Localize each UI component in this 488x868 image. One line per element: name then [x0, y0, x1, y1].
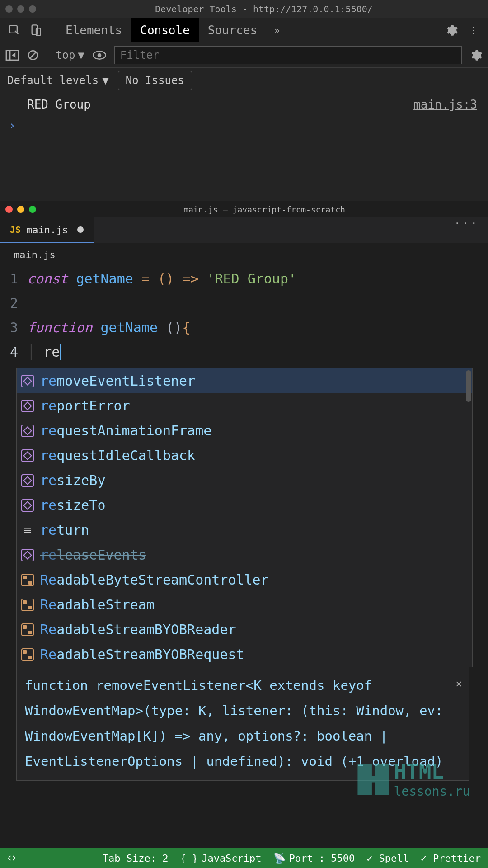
class-icon: [21, 574, 34, 586]
minimize-dot[interactable]: [17, 5, 24, 13]
autocomplete-item[interactable]: resizeTo: [17, 493, 472, 518]
cube-icon: [21, 474, 34, 487]
autocomplete-popup: removeEventListenerreportErrorrequestAni…: [16, 368, 473, 667]
context-selector[interactable]: top ▼: [56, 49, 84, 61]
device-icon[interactable]: [28, 22, 44, 38]
log-levels-selector[interactable]: Default levels ▼: [7, 74, 109, 87]
editor-tabs: JS main.js ···: [0, 217, 488, 243]
signature-text: function removeEventListener<K extends k…: [25, 678, 443, 769]
chevron-down-icon: ▼: [102, 74, 108, 87]
scrollbar[interactable]: [466, 370, 471, 402]
status-bar: Tab Size: 2 { } JavaScript 📡 Port : 5500…: [0, 848, 488, 868]
tab-console[interactable]: Console: [131, 18, 199, 42]
cube-icon: [21, 425, 34, 437]
console-toolbar: top ▼: [0, 42, 488, 68]
log-location[interactable]: main.js:3: [413, 98, 477, 111]
tab-filename: main.js: [26, 224, 68, 236]
more-tabs-icon[interactable]: »: [269, 22, 285, 38]
tab-elements[interactable]: Elements: [56, 18, 131, 42]
autocomplete-item[interactable]: return: [17, 518, 472, 542]
cube-icon: [21, 499, 34, 512]
settings-icon[interactable]: [444, 22, 460, 38]
vscode-window: main.js — javascript-from-scratch JS mai…: [0, 201, 488, 848]
chevron-down-icon: ▼: [78, 49, 84, 61]
maximize-dot[interactable]: [29, 5, 36, 13]
vscode-titlebar: main.js — javascript-from-scratch: [0, 201, 488, 217]
autocomplete-item[interactable]: ReadableByteStreamController: [17, 567, 472, 592]
console-toolbar-2: Default levels ▼ No Issues: [0, 68, 488, 93]
tab-sources[interactable]: Sources: [199, 18, 267, 42]
autocomplete-item[interactable]: requestIdleCallback: [17, 443, 472, 468]
cube-icon: [21, 549, 34, 561]
cube-icon: [21, 375, 34, 387]
no-issues-badge[interactable]: No Issues: [118, 71, 192, 90]
devtools-titlebar: Developer Tools - http://127.0.0.1:5500/: [0, 0, 488, 18]
class-icon: [21, 623, 34, 636]
remote-icon[interactable]: [7, 854, 16, 863]
inspect-icon[interactable]: [6, 22, 23, 38]
watermark: HTML lessons.ru: [357, 760, 470, 799]
dirty-indicator: [77, 226, 84, 233]
console-prompt[interactable]: ›: [0, 116, 488, 136]
status-prettier[interactable]: Prettier: [421, 853, 481, 864]
close-icon[interactable]: ✕: [456, 671, 462, 696]
tab-main-js[interactable]: JS main.js: [0, 217, 94, 243]
log-message: RED Group: [27, 98, 91, 111]
live-expression-icon[interactable]: [93, 50, 106, 60]
status-language[interactable]: { } JavaScript: [180, 853, 261, 864]
autocomplete-item[interactable]: requestAnimationFrame: [17, 418, 472, 443]
close-dot[interactable]: [5, 5, 13, 13]
breadcrumb[interactable]: main.js: [0, 243, 488, 267]
cube-icon: [21, 400, 34, 412]
js-icon: JS: [10, 224, 21, 235]
autocomplete-item[interactable]: releaseEvents: [17, 542, 472, 567]
maximize-dot[interactable]: [29, 206, 36, 213]
clear-icon[interactable]: [27, 49, 39, 61]
cube-icon: [21, 449, 34, 462]
devtools-window: Developer Tools - http://127.0.0.1:5500/…: [0, 0, 488, 201]
console-log-row: RED Group main.js:3: [0, 93, 488, 116]
autocomplete-item[interactable]: ReadableStream: [17, 592, 472, 617]
vscode-title: main.js — javascript-from-scratch: [46, 205, 483, 214]
traffic-lights: [5, 5, 36, 13]
kebab-icon[interactable]: ⋮: [465, 22, 482, 38]
filter-input[interactable]: [114, 46, 462, 64]
status-spell[interactable]: Spell: [366, 853, 408, 864]
status-port[interactable]: 📡 Port : 5500: [273, 853, 355, 864]
traffic-lights: [5, 206, 36, 213]
class-icon: [21, 599, 34, 611]
status-tabsize[interactable]: Tab Size: 2: [103, 853, 169, 864]
kw-icon: [21, 524, 34, 537]
devtools-tabs: Elements Console Sources » ⋮: [0, 18, 488, 42]
class-icon: [21, 648, 34, 661]
toggle-sidebar-icon[interactable]: [5, 50, 19, 61]
autocomplete-item[interactable]: reportError: [17, 393, 472, 418]
autocomplete-item[interactable]: ReadableStreamBYOBRequest: [17, 642, 472, 667]
minimize-dot[interactable]: [17, 206, 24, 213]
svg-point-6: [97, 53, 101, 57]
devtools-title: Developer Tools - http://127.0.0.1:5500/: [45, 4, 483, 14]
console-settings-icon[interactable]: [470, 49, 483, 61]
close-dot[interactable]: [5, 206, 13, 213]
watermark-logo: [357, 764, 389, 795]
autocomplete-item[interactable]: resizeBy: [17, 468, 472, 493]
autocomplete-item[interactable]: ReadableStreamBYOBReader: [17, 617, 472, 642]
tab-actions-icon[interactable]: ···: [445, 217, 488, 243]
autocomplete-item[interactable]: removeEventListener: [17, 368, 472, 393]
